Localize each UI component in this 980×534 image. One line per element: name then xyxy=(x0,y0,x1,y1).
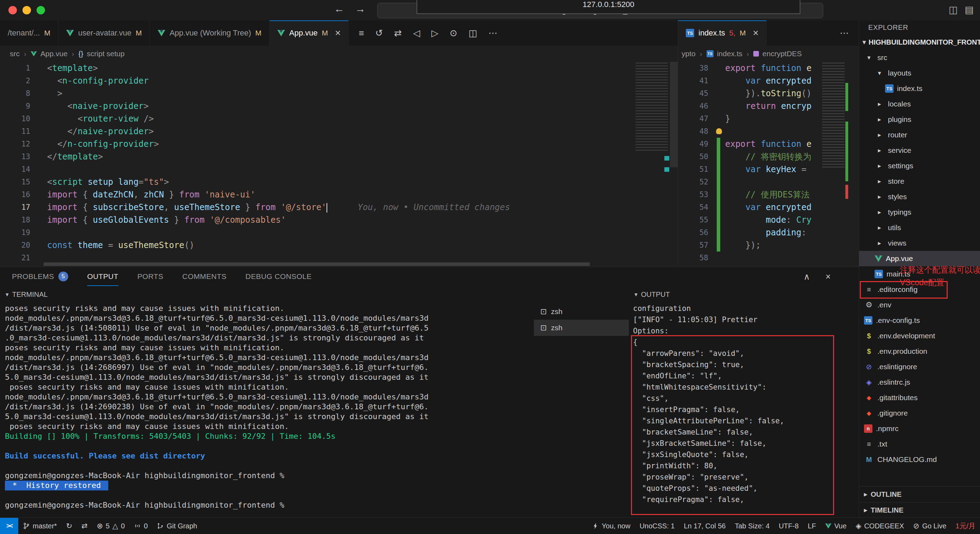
cursor-position-status[interactable]: Ln 17, Col 56 xyxy=(679,518,730,534)
eol-status[interactable]: LF xyxy=(803,518,821,534)
panel-tab[interactable]: OUTPUT xyxy=(87,267,118,286)
explorer-root-folder[interactable]: ▾ HIGHBUILDINGMONITOR_FRONTEND xyxy=(859,35,980,50)
tree-item-index-ts[interactable]: TS index.ts xyxy=(859,81,980,96)
tree-item-service[interactable]: ▸ service xyxy=(859,143,980,158)
tab-index-ts[interactable]: TS index.ts 5, M × xyxy=(678,21,767,46)
tree-item-gitignore[interactable]: ◆ .gitignore xyxy=(859,405,980,421)
next-change-icon[interactable]: ▷ xyxy=(431,28,438,39)
more-actions-icon[interactable]: ⋯ xyxy=(488,28,498,39)
code-line[interactable]: 8 > xyxy=(0,87,678,100)
minimap[interactable] xyxy=(636,62,668,151)
code-editor-index-ts[interactable]: 38 export function e 41 var encrypted 45 xyxy=(678,62,859,267)
unocss-status[interactable]: UnoCSS: 1 xyxy=(635,518,679,534)
tree-item-typings[interactable]: ▸ typings xyxy=(859,205,980,220)
timeline-section-header[interactable]: ▸ TIMELINE xyxy=(859,502,980,518)
panel-tab[interactable]: COMMENTS xyxy=(183,267,227,286)
tree-item-env-config-ts[interactable]: TS .env-config.ts xyxy=(859,313,980,328)
remote-indicator[interactable]: >< xyxy=(0,518,18,534)
problems-status[interactable]: ⊗ 5 △ 0 xyxy=(92,518,129,534)
code-editor-app-vue[interactable]: 1 <template> 2 <n-config-provider 8 xyxy=(0,62,678,267)
code-line[interactable]: 9 <naive-provider> xyxy=(0,100,678,113)
code-line[interactable]: 58 xyxy=(678,251,859,264)
terminal-output[interactable]: poses security risks and may cause issue… xyxy=(0,303,534,518)
customize-layout-icon[interactable]: ▤ xyxy=(964,4,974,16)
minimap-slider[interactable] xyxy=(670,62,678,167)
tree-item-env-production[interactable]: $ .env.production xyxy=(859,343,980,359)
horizontal-scrollbar[interactable] xyxy=(44,262,590,266)
back-icon[interactable]: ← xyxy=(334,3,344,15)
panel-tab[interactable]: PORTS xyxy=(137,267,164,286)
code-line[interactable]: 11 </naive-provider> xyxy=(0,125,678,138)
code-line[interactable]: 16 import { dateZhCN, zhCN } from 'naive… xyxy=(0,188,678,201)
promo-label[interactable]: 1元/月 xyxy=(951,518,980,534)
code-line[interactable]: 17 import { subscribeStore, useThemeStor… xyxy=(0,201,678,214)
tab-tenant[interactable]: /tenant/... M xyxy=(0,21,58,46)
tree-item-plugins[interactable]: ▸ plugins xyxy=(859,112,980,127)
code-line[interactable]: 19 xyxy=(0,226,678,239)
code-line[interactable]: 56 padding: xyxy=(678,226,859,239)
close-window-button[interactable] xyxy=(8,6,17,14)
terminal-tab-zsh-1[interactable]: ⊡ zsh xyxy=(534,304,629,320)
code-line[interactable]: 15 <script setup lang="ts"> xyxy=(0,176,678,188)
panel-tab[interactable]: DEBUG CONSOLE xyxy=(245,267,312,286)
tree-item-env-development[interactable]: $ .env.development xyxy=(859,328,980,343)
breadcrumb[interactable]: src › App.vue › {} script setup xyxy=(0,46,678,62)
tree-item-store[interactable]: ▸ store xyxy=(859,173,980,189)
code-line[interactable]: 53 // 使用DES算法 xyxy=(678,188,859,201)
minimap[interactable] xyxy=(822,62,845,168)
close-tab-icon[interactable]: × xyxy=(335,28,340,38)
tree-item-router[interactable]: ▸ router xyxy=(859,127,980,143)
tree-item-layouts[interactable]: ▾ layouts xyxy=(859,65,980,81)
outline-section-header[interactable]: ▸ OUTLINE xyxy=(859,486,980,502)
go-live-button[interactable]: ⊘ Go Live xyxy=(908,518,951,534)
terminal-tab-zsh-2[interactable]: ⊡ zsh xyxy=(534,320,629,336)
compare-status[interactable]: ⇄ xyxy=(77,518,92,534)
encoding-status[interactable]: UTF-8 xyxy=(774,518,803,534)
tree-item-changelog-md[interactable]: M CHANGELOG.md xyxy=(859,452,980,467)
forward-icon[interactable]: → xyxy=(355,3,366,15)
collapse-panel-icon[interactable]: ∧ xyxy=(803,272,810,282)
open-changes-icon[interactable]: ⇄ xyxy=(394,28,402,39)
tree-item-settings[interactable]: ▸ settings xyxy=(859,158,980,173)
code-line[interactable]: 55 mode: Cry xyxy=(678,214,859,226)
code-line[interactable]: 14 xyxy=(0,163,678,176)
code-line[interactable]: 12 </n-config-provider> xyxy=(0,138,678,150)
list-flat-icon[interactable]: ≡ xyxy=(358,28,364,39)
blame-status[interactable]: You, now xyxy=(587,518,635,534)
code-line[interactable]: 1 <template> xyxy=(0,62,678,75)
close-panel-icon[interactable]: × xyxy=(825,272,830,282)
codegeex-status[interactable]: ◈ CODEGEEX xyxy=(851,518,908,534)
ports-status[interactable]: 0 xyxy=(129,518,152,534)
code-line[interactable]: 10 <router-view /> xyxy=(0,113,678,125)
tree-item-env[interactable]: ⚙ .env xyxy=(859,297,980,313)
tree-item-locales[interactable]: ▸ locales xyxy=(859,96,980,112)
code-line[interactable]: 52 xyxy=(678,176,859,188)
breadcrumb[interactable]: ypto › TS index.ts › encryptDES xyxy=(678,46,859,62)
tree-item-views[interactable]: ▸ views xyxy=(859,235,980,251)
more-actions-icon[interactable]: ⋯ xyxy=(840,28,849,39)
terminal-header[interactable]: ▾ TERMINAL xyxy=(0,286,534,303)
minimize-window-button[interactable] xyxy=(22,6,31,14)
code-line[interactable]: 18 import { useGlobalEvents } from '@/co… xyxy=(0,214,678,226)
toggle-panel-icon[interactable]: ◫ xyxy=(949,4,958,16)
output-header[interactable]: ▾ OUTPUT xyxy=(629,286,859,303)
tree-item-npmrc[interactable]: n .npmrc xyxy=(859,421,980,436)
tree-item-styles[interactable]: ▸ styles xyxy=(859,189,980,205)
tree-item-utils[interactable]: ▸ utils xyxy=(859,220,980,235)
tree-item-gitattributes[interactable]: ◆ .gitattributes xyxy=(859,390,980,405)
code-line[interactable]: 57 }); xyxy=(678,239,859,251)
tree-item-txt[interactable]: ≡ .txt xyxy=(859,436,980,452)
open-preview-icon[interactable]: ⊙ xyxy=(450,28,457,39)
sync-status[interactable]: ↻ xyxy=(62,518,77,534)
close-tab-icon[interactable]: × xyxy=(753,28,759,38)
split-editor-icon[interactable]: ◫ xyxy=(469,28,477,39)
code-line[interactable]: 2 <n-config-provider xyxy=(0,75,678,87)
tab-user-avatar-vue[interactable]: user-avatar.vue M xyxy=(58,21,150,46)
zoom-window-button[interactable] xyxy=(37,6,45,14)
code-line[interactable]: 20 const theme = useThemeStore() xyxy=(0,239,678,251)
git-graph-button[interactable]: Git Graph xyxy=(152,518,202,534)
tab-app-vue[interactable]: App.vue M × xyxy=(270,21,349,46)
tree-item-eslintrc-js[interactable]: ◈ .eslintrc.js xyxy=(859,375,980,390)
history-icon[interactable]: ↺ xyxy=(375,28,383,39)
tree-item-eslintignore[interactable]: ⊘ .eslintignore xyxy=(859,359,980,375)
